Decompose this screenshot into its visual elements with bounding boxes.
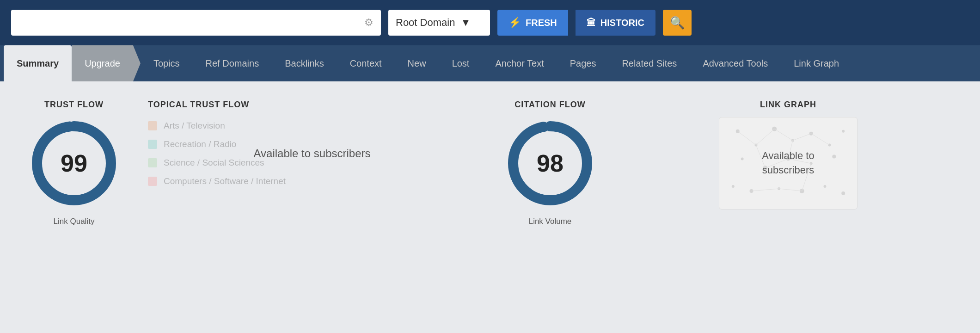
citation-flow-donut: 98 bbox=[504, 117, 596, 210]
nav-item-backlinks[interactable]: Backlinks bbox=[272, 45, 337, 81]
nav-item-advanced-tools[interactable]: Advanced Tools bbox=[690, 45, 781, 81]
trust-flow-title: TRUST FLOW bbox=[44, 100, 104, 110]
trust-flow-donut: 99 bbox=[28, 117, 120, 210]
search-input[interactable]: facebook.com bbox=[18, 17, 364, 29]
link-graph-box: Available tosubscribers bbox=[719, 117, 858, 210]
topical-item-4: Computers / Software / Internet bbox=[148, 176, 476, 186]
topical-label-recreation: Recreation / Radio bbox=[164, 139, 236, 149]
citation-flow-section: CITATION FLOW 98 Link Volume bbox=[504, 100, 596, 226]
nav-item-anchor-text[interactable]: Anchor Text bbox=[482, 45, 557, 81]
nav-item-pages[interactable]: Pages bbox=[557, 45, 609, 81]
topical-overlay-text: Available to subscribers bbox=[253, 147, 370, 160]
search-bar: facebook.com ⚙ bbox=[11, 10, 381, 36]
topical-trust-flow-section: TOPICAL TRUST FLOW Arts / Television Rec… bbox=[148, 100, 476, 226]
nav-item-summary[interactable]: Summary bbox=[4, 45, 72, 81]
svg-point-16 bbox=[732, 185, 735, 188]
nav-item-context[interactable]: Context bbox=[337, 45, 395, 81]
citation-flow-label: Link Volume bbox=[529, 217, 572, 226]
bank-icon: 🏛 bbox=[587, 18, 596, 28]
svg-line-30 bbox=[779, 189, 802, 191]
citation-flow-title: CITATION FLOW bbox=[514, 100, 585, 110]
citation-flow-value: 98 bbox=[537, 149, 564, 177]
nav-item-link-graph[interactable]: Link Graph bbox=[781, 45, 852, 81]
topical-color-computers bbox=[148, 177, 157, 186]
nav-item-new[interactable]: New bbox=[395, 45, 439, 81]
main-nav: Summary Upgrade Topics Ref Domains Backl… bbox=[0, 45, 980, 81]
domain-type-label: Root Domain bbox=[396, 17, 455, 29]
svg-point-15 bbox=[832, 154, 836, 158]
nav-item-related-sites[interactable]: Related Sites bbox=[609, 45, 690, 81]
topical-label-science: Science / Social Sciences bbox=[164, 158, 264, 168]
topical-items-list: Arts / Television Recreation / Radio Sci… bbox=[148, 121, 476, 186]
domain-type-selector[interactable]: Root Domain ▼ bbox=[388, 10, 490, 36]
topical-trust-flow-title: TOPICAL TRUST FLOW bbox=[148, 100, 476, 110]
topical-color-arts bbox=[148, 121, 157, 130]
search-icon: 🔍 bbox=[670, 16, 685, 30]
nav-item-lost[interactable]: Lost bbox=[439, 45, 483, 81]
topical-color-science bbox=[148, 158, 157, 167]
link-graph-title: LINK GRAPH bbox=[760, 100, 816, 110]
topical-item-1: Arts / Television bbox=[148, 121, 476, 131]
trust-flow-section: TRUST FLOW 99 Link Quality bbox=[28, 100, 120, 226]
trust-flow-value: 99 bbox=[61, 149, 87, 177]
bolt-icon: ⚡ bbox=[508, 17, 521, 29]
fresh-label: FRESH bbox=[526, 18, 557, 28]
link-graph-section: LINK GRAPH bbox=[624, 100, 952, 226]
svg-line-23 bbox=[756, 129, 774, 145]
historic-label: HISTORIC bbox=[600, 18, 644, 28]
main-content: TRUST FLOW 99 Link Quality TOPICAL TRUST… bbox=[0, 81, 980, 245]
chevron-down-icon: ▼ bbox=[460, 17, 471, 29]
nav-item-upgrade[interactable]: Upgrade bbox=[72, 45, 141, 81]
svg-point-11 bbox=[741, 157, 744, 160]
svg-line-24 bbox=[774, 129, 793, 141]
topical-label-arts: Arts / Television bbox=[164, 121, 225, 131]
svg-point-4 bbox=[736, 130, 740, 133]
svg-line-26 bbox=[811, 134, 830, 145]
svg-point-21 bbox=[841, 191, 845, 195]
trust-flow-label: Link Quality bbox=[54, 217, 95, 226]
header: facebook.com ⚙ Root Domain ▼ ⚡ FRESH 🏛 H… bbox=[0, 0, 980, 45]
nav-item-ref-domains[interactable]: Ref Domains bbox=[193, 45, 272, 81]
svg-line-25 bbox=[793, 134, 811, 141]
svg-point-8 bbox=[809, 132, 813, 136]
gear-icon[interactable]: ⚙ bbox=[364, 17, 374, 29]
svg-point-20 bbox=[823, 185, 826, 188]
historic-button[interactable]: 🏛 HISTORIC bbox=[576, 10, 655, 36]
svg-line-22 bbox=[738, 131, 756, 145]
search-button[interactable]: 🔍 bbox=[663, 10, 692, 36]
topical-label-computers: Computers / Software / Internet bbox=[164, 176, 286, 186]
link-graph-overlay-text: Available tosubscribers bbox=[762, 149, 814, 178]
fresh-button[interactable]: ⚡ FRESH bbox=[497, 10, 568, 36]
topical-color-recreation bbox=[148, 140, 157, 149]
nav-item-topics[interactable]: Topics bbox=[141, 45, 193, 81]
svg-line-29 bbox=[752, 189, 779, 191]
svg-point-10 bbox=[842, 130, 845, 133]
